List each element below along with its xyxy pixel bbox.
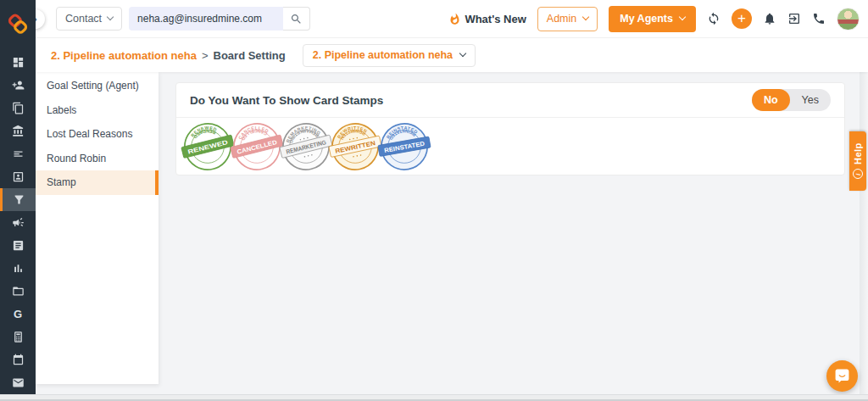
settings-menu-item-stamp[interactable]: Stamp	[36, 170, 159, 195]
admin-label: Admin	[547, 13, 576, 25]
toggle-yes-button[interactable]: Yes	[790, 89, 831, 111]
calendar-icon[interactable]	[0, 348, 36, 371]
chat-launcher-button[interactable]	[826, 360, 858, 392]
settings-menu-item-lost-deal-reasons[interactable]: Lost Deal Reasons	[36, 122, 159, 147]
calculator-icon[interactable]	[0, 326, 36, 348]
board-settings-menu: Goal Setting (Agent)LabelsLost Deal Reas…	[36, 72, 159, 384]
settings-menu-item-labels[interactable]: Labels	[36, 98, 159, 123]
show-stamps-toggle: No Yes	[752, 89, 831, 111]
stamp-remarketing: REMARKETINGREMARKETINGREMARKETING	[281, 122, 331, 171]
toggle-no-button[interactable]: No	[752, 89, 790, 111]
board-selector-label: 2. Pipeline automation neha	[313, 49, 453, 61]
my-agents-label: My Agents	[620, 13, 673, 25]
sidebar-icon-nav: G	[0, 42, 36, 394]
notebook-icon[interactable]	[0, 234, 36, 257]
breadcrumb: 2. Pipeline automation neha > Board Sett…	[36, 38, 868, 72]
help-label: Help	[853, 143, 863, 165]
whats-new-label: What's New	[465, 13, 526, 25]
horizontal-scrollbar[interactable]	[0, 394, 868, 401]
breadcrumb-board-link[interactable]: 2. Pipeline automation neha	[51, 49, 197, 62]
copy-icon[interactable]	[0, 97, 36, 120]
settings-menu-item-goal-setting-agent[interactable]: Goal Setting (Agent)	[36, 74, 159, 98]
global-search-group: Contact	[56, 7, 310, 31]
analytics-icon[interactable]	[0, 257, 36, 280]
global-search-input[interactable]	[129, 7, 283, 31]
stamp-reinstated: REINSTATEDREINSTATEDREINSTATED	[380, 122, 429, 171]
chevron-down-icon	[459, 50, 466, 57]
chat-bubble-icon	[834, 368, 850, 384]
refresh-icon[interactable]	[707, 12, 721, 25]
contact-card-icon[interactable]	[0, 165, 36, 188]
pipeline-funnel-icon[interactable]	[0, 188, 36, 211]
topbar: › Contact What's New Admin My Agents +	[36, 0, 868, 38]
dashboard-icon[interactable]	[0, 51, 36, 74]
main-sidebar: G	[0, 0, 36, 394]
notifications-bell-icon[interactable]	[763, 12, 776, 25]
stamp-rewritten: REWRITTENREWRITTENREWRITTEN	[331, 122, 380, 171]
google-icon[interactable]: G	[0, 303, 36, 326]
user-avatar[interactable]	[837, 8, 860, 31]
board-selector-dropdown[interactable]: 2. Pipeline automation neha	[303, 44, 476, 67]
mail-icon[interactable]	[0, 371, 36, 394]
chevron-down-icon	[107, 14, 114, 20]
breadcrumb-separator: >	[202, 49, 209, 62]
card-header: Do You Want To Show Card Stamps No Yes	[176, 83, 844, 118]
breadcrumb-page-label: Board Setting	[214, 49, 286, 62]
campaign-icon[interactable]	[0, 211, 36, 234]
stamp-cancelled: CANCELLEDCANCELLEDCANCELLED	[232, 122, 281, 171]
info-icon: i	[853, 169, 863, 179]
stamps-row: RENEWEDRENEWEDRENEWEDCANCELLEDCANCELLEDC…	[176, 118, 844, 171]
insuredmine-logo[interactable]	[0, 0, 36, 42]
card-stamps-card: Do You Want To Show Card Stamps No Yes R…	[175, 82, 845, 175]
add-new-button[interactable]: +	[732, 8, 752, 29]
topbar-actions: What's New Admin My Agents +	[448, 6, 868, 32]
list-icon[interactable]	[0, 142, 36, 165]
help-button[interactable]: i Help	[849, 131, 866, 191]
search-button[interactable]	[283, 7, 310, 31]
folder-icon[interactable]	[0, 280, 36, 303]
contacts-icon[interactable]	[0, 74, 36, 97]
chevron-down-icon	[679, 14, 686, 20]
logout-icon[interactable]	[787, 12, 801, 25]
bank-icon[interactable]	[0, 120, 36, 142]
vertical-scrollbar[interactable]	[860, 38, 868, 394]
chevron-down-icon	[582, 14, 589, 20]
main-content: Do You Want To Show Card Stamps No Yes R…	[159, 72, 868, 394]
search-category-select[interactable]: Contact	[56, 7, 122, 31]
search-category-label: Contact	[65, 13, 102, 25]
my-agents-dropdown[interactable]: My Agents	[609, 6, 696, 32]
app-root: G › Contact What's New Admin	[0, 0, 868, 401]
admin-dropdown[interactable]: Admin	[537, 7, 598, 31]
whats-new-link[interactable]: What's New	[448, 13, 526, 25]
settings-menu-item-round-robin[interactable]: Round Robin	[36, 147, 159, 171]
search-icon	[290, 13, 303, 25]
card-title: Do You Want To Show Card Stamps	[190, 94, 383, 107]
stamp-renewed: RENEWEDRENEWEDRENEWED	[183, 122, 232, 171]
flame-icon	[448, 13, 461, 25]
phone-icon[interactable]	[812, 12, 826, 25]
